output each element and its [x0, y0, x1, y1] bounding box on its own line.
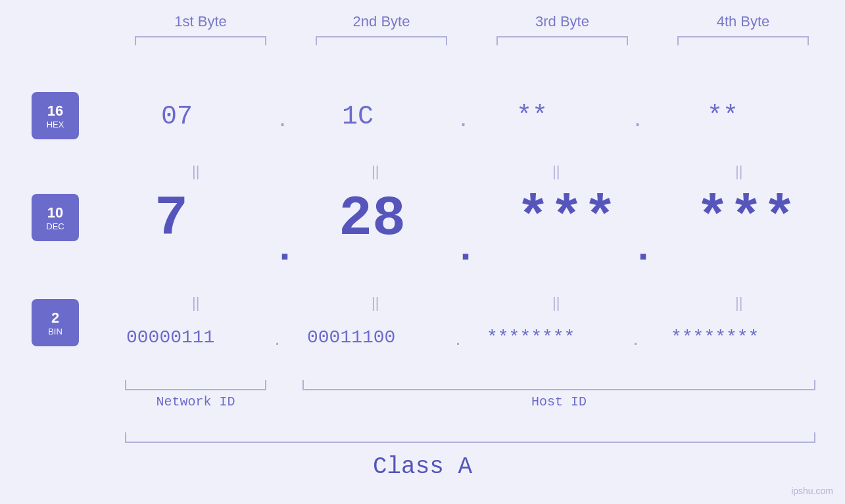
hex-byte3: **: [516, 102, 548, 131]
top-bracket-4: [677, 36, 809, 45]
bin-byte2: 00011100: [307, 327, 395, 348]
class-label: Class A: [0, 453, 845, 480]
bin-badge-label: BIN: [48, 327, 62, 336]
hex-byte2: 1C: [342, 102, 374, 131]
network-bracket: [125, 380, 266, 390]
dec-badge-number: 10: [47, 204, 63, 221]
eq-2-1: ||: [192, 294, 199, 311]
eq-1-2: ||: [372, 163, 379, 180]
host-id-label: Host ID: [302, 394, 815, 409]
dec-byte1: 7: [155, 187, 188, 251]
bin-byte4: ********: [671, 327, 759, 348]
dec-byte4: ***: [696, 187, 796, 251]
dec-dot-2: .: [454, 227, 477, 271]
bin-dot-2: .: [454, 333, 462, 350]
byte2-header: 2nd Byte: [316, 13, 447, 30]
eq-1-4: ||: [735, 163, 742, 180]
hex-dot-3: .: [631, 108, 644, 133]
byte3-header: 3rd Byte: [496, 13, 628, 30]
eq-1-3: ||: [552, 163, 560, 180]
top-bracket-2: [316, 36, 447, 45]
bin-dot-1: .: [273, 333, 281, 350]
top-bracket-1: [135, 36, 266, 45]
hex-badge: 16 HEX: [32, 92, 79, 139]
host-bracket: [302, 380, 815, 390]
top-bracket-3: [496, 36, 628, 45]
outer-bracket: [125, 432, 815, 443]
eq-2-4: ||: [735, 294, 742, 311]
eq-2-2: ||: [372, 294, 379, 311]
dec-badge: 10 DEC: [32, 194, 79, 241]
dec-dot-1: .: [273, 227, 297, 271]
byte4-header: 4th Byte: [677, 13, 809, 30]
dec-dot-3: .: [631, 227, 655, 271]
hex-badge-label: HEX: [47, 120, 64, 129]
dec-byte2: 28: [339, 187, 406, 251]
hex-dot-2: .: [457, 108, 470, 133]
bin-dot-3: .: [631, 333, 640, 350]
eq-2-3: ||: [552, 294, 560, 311]
bin-badge: 2 BIN: [32, 299, 79, 346]
watermark: ipshu.com: [791, 486, 833, 496]
dec-byte3: ***: [516, 187, 617, 251]
dec-badge-label: DEC: [46, 221, 64, 231]
hex-dot-1: .: [276, 108, 289, 133]
bin-byte3: ********: [487, 327, 575, 348]
byte1-header: 1st Byte: [135, 13, 266, 30]
bin-badge-number: 2: [51, 309, 59, 327]
main-layout: 1st Byte 2nd Byte 3rd Byte 4th Byte 16 H…: [0, 0, 845, 504]
bin-byte1: 00000111: [126, 327, 214, 348]
hex-byte4: **: [707, 102, 738, 131]
network-id-label: Network ID: [125, 394, 266, 409]
hex-byte1: 07: [161, 102, 193, 131]
hex-badge-number: 16: [47, 103, 63, 120]
eq-1-1: ||: [192, 163, 199, 180]
